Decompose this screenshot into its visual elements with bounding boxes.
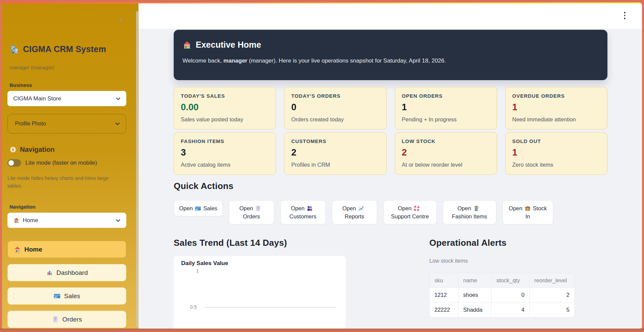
- navigation-section-title: Navigation: [20, 146, 55, 153]
- table-header-row: sku name stock_qty reorder_level: [429, 273, 575, 288]
- sidebar-scrollbar[interactable]: [136, 11, 138, 327]
- open-fashion-items-button[interactable]: Open Fashion Items: [443, 200, 496, 224]
- chart-title: Daily Sales Value: [181, 260, 346, 267]
- metric-card-fashion-items: FASHION ITEMS 3 Active catalog items: [174, 132, 276, 175]
- main-content: Executive Home Welcome back, manager (ma…: [138, 2, 642, 329]
- open-orders-button[interactable]: Open Orders: [229, 200, 274, 224]
- metric-card-low-stock: LOW STOCK 2 At or below reorder level: [395, 132, 497, 175]
- toggle-knob: [8, 160, 14, 166]
- metric-card-overdue-orders: OVERDUE ORDERS 1 Need immediate attentio…: [505, 87, 607, 129]
- profile-photo-expander-label: Profile Photo: [15, 121, 46, 127]
- top-decoration-bar: [2, 2, 642, 3]
- lite-mode-toggle[interactable]: Lite mode (faster on mobile): [7, 159, 97, 167]
- app-window: ‹ CIGMA CRM System manager (manager) Bus…: [2, 2, 642, 329]
- metric-card-customers: CUSTOMERS 2 Profiles in CRM: [284, 132, 386, 175]
- toggle-track[interactable]: [7, 159, 21, 167]
- package-icon: [524, 205, 531, 212]
- sidebar-item-dashboard[interactable]: Dashboard: [7, 264, 126, 281]
- page-title: Executive Home: [196, 40, 261, 50]
- metric-card-sold-out: SOLD OUT 1 Zero stock items: [505, 132, 607, 175]
- y-axis-tick-05: 0.5: [187, 304, 197, 310]
- credit-card-icon: [195, 205, 201, 212]
- chevron-down-icon: [115, 96, 121, 102]
- app-title: CIGMA CRM System: [23, 44, 106, 54]
- bar-chart-icon: [46, 269, 53, 276]
- navigation-section-header: Navigation: [9, 146, 55, 153]
- chevron-down-icon: [115, 217, 121, 223]
- y-axis-tick-1: 1: [189, 268, 199, 274]
- quick-actions-heading: Quick Actions: [174, 181, 233, 191]
- open-reports-button[interactable]: Open Reports: [332, 200, 377, 224]
- open-customers-button[interactable]: Open Customers: [280, 200, 326, 224]
- receipt-icon: [255, 205, 261, 212]
- business-select[interactable]: CIGMA Main Store: [7, 91, 126, 106]
- low-stock-table[interactable]: sku name stock_qty reorder_level 1212 sh…: [429, 273, 575, 317]
- nav-select-label: Navigation: [9, 204, 36, 210]
- low-stock-caption: Low stock items: [429, 258, 468, 264]
- table-row: 22222 Shadda 4 5: [429, 303, 575, 317]
- people-icon: [306, 205, 313, 212]
- sidebar-item-sales[interactable]: Sales: [7, 287, 126, 305]
- metric-cards-grid: TODAY'S SALES 0.00 Sales value posted to…: [174, 87, 607, 175]
- metric-card-todays-sales: TODAY'S SALES 0.00 Sales value posted to…: [174, 87, 276, 129]
- open-support-centre-button[interactable]: Open Support Centre: [383, 200, 437, 224]
- thread-spool-icon: [473, 205, 479, 212]
- open-sales-button[interactable]: Open Sales: [174, 200, 223, 216]
- metric-card-open-orders: OPEN ORDERS 1 Pending + In progress: [395, 87, 497, 129]
- house-icon: [183, 40, 192, 49]
- receipt-icon: [52, 316, 59, 323]
- welcome-message: Welcome back, manager (manager). Here is…: [183, 57, 596, 64]
- business-label: Business: [9, 82, 32, 88]
- lite-mode-caption: Lite mode hides heavy charts and trims l…: [7, 174, 112, 190]
- app-logo-title: CIGMA CRM System: [9, 44, 106, 54]
- sales-trend-heading: Sales Trend (Last 14 Days): [174, 238, 287, 248]
- sidebar-collapse-button[interactable]: ‹: [116, 15, 126, 25]
- col-sku[interactable]: sku: [429, 273, 458, 288]
- office-building-icon: [9, 45, 19, 54]
- metric-card-todays-orders: TODAY'S ORDERS 0 Orders created today: [284, 87, 386, 129]
- gridline-0-5: [204, 307, 336, 308]
- sidebar-item-home[interactable]: Home: [7, 241, 126, 258]
- profile-photo-expander[interactable]: Profile Photo: [7, 114, 126, 134]
- house-icon: [14, 246, 21, 253]
- col-reorder-level[interactable]: reorder_level: [530, 273, 575, 288]
- sidebar-item-orders[interactable]: Orders: [7, 311, 126, 328]
- credit-card-icon: [53, 292, 61, 300]
- operational-alerts-heading: Operational Alerts: [429, 238, 507, 248]
- sales-trend-chart: Daily Sales Value 1 0.5: [174, 256, 346, 329]
- window-border-top: [0, 0, 644, 2]
- house-icon: [13, 217, 20, 223]
- nav-select-value: Home: [13, 217, 38, 224]
- kebab-menu-icon[interactable]: [620, 10, 630, 21]
- open-stock-in-button[interactable]: Open Stock In: [502, 200, 553, 224]
- chart-increasing-icon: [358, 205, 364, 212]
- lite-mode-label: Lite mode (faster on mobile): [25, 160, 97, 166]
- compass-icon: [9, 146, 17, 153]
- user-caption: manager (manager): [9, 65, 55, 70]
- executive-home-banner: Executive Home Welcome back, manager (ma…: [174, 30, 607, 80]
- sidebar: ‹ CIGMA CRM System manager (manager) Bus…: [2, 2, 138, 329]
- banner-title-row: Executive Home: [183, 40, 596, 50]
- quick-actions-row: Open Sales Open Orders Open Customers Op…: [174, 200, 607, 224]
- col-name[interactable]: name: [458, 273, 492, 288]
- window-border-bottom: [0, 329, 644, 332]
- business-select-value: CIGMA Main Store: [13, 95, 61, 102]
- ring-buoy-icon: [413, 205, 420, 212]
- nav-select[interactable]: Home: [7, 213, 126, 228]
- col-stock-qty[interactable]: stock_qty: [492, 273, 530, 288]
- chevron-down-icon: [114, 121, 121, 127]
- top-toolbar: [138, 2, 642, 29]
- table-row: 1212 shoes 0 2: [429, 288, 575, 303]
